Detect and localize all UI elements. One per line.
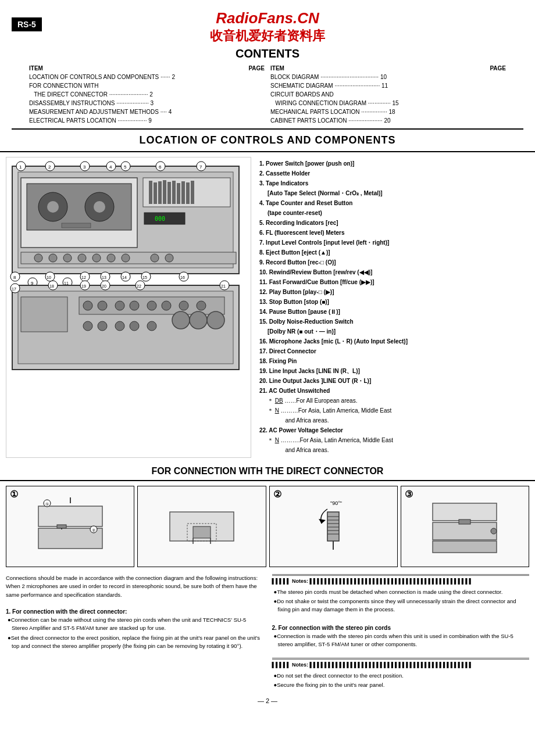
- section1-heading: 1. For connection with the direct connec…: [6, 607, 263, 616]
- contents-item: MECHANICAL PARTS LOCATION ··············…: [270, 108, 506, 116]
- contents-item: BLOCK DIAGRAM ··························…: [270, 73, 506, 81]
- contents-table: ITEM PAGE LOCATION OF CONTROLS AND COMPO…: [12, 63, 523, 130]
- component-item: 17. Direct Connector: [259, 347, 527, 356]
- section2-bullet: ●Connection is made with the stereo pin …: [272, 632, 530, 649]
- component-item: [Auto Tape Select (Normal・CrO₂ , Metal)]: [259, 189, 527, 198]
- svg-rect-124: [459, 519, 470, 524]
- connection-text-left: Connections should be made in accordance…: [6, 574, 263, 690]
- contents-item: CABINET PARTS LOCATION ·················…: [270, 116, 506, 125]
- components-list: 1. Power Switch [power (push on)] 2. Cas…: [257, 157, 529, 458]
- bullet-item: ●Connection can be made without using th…: [6, 616, 263, 633]
- svg-text:16: 16: [180, 275, 185, 280]
- svg-rect-17: [181, 181, 185, 204]
- svg-rect-13: [163, 180, 166, 204]
- contents-col-right: ITEM PAGE BLOCK DIAGRAM ················…: [270, 65, 506, 125]
- page-header-left: PAGE: [248, 65, 265, 71]
- item-header-left: ITEM: [29, 65, 43, 71]
- contents-col-left: ITEM PAGE LOCATION OF CONTROLS AND COMPO…: [29, 65, 265, 125]
- component-item: (tape counter-reset): [259, 209, 527, 218]
- svg-rect-121: [433, 522, 497, 540]
- svg-point-69: [98, 301, 107, 310]
- component-item: ＊ N ………For Asia, Latin America, Middle E…: [259, 406, 527, 415]
- svg-rect-15: [172, 181, 176, 204]
- component-item: and Africa areas.: [259, 416, 527, 425]
- svg-point-29: [122, 254, 130, 262]
- bullet-item: ●Set the direct connector to the erect p…: [6, 634, 263, 651]
- svg-point-30: [151, 254, 159, 262]
- col-header-left: ITEM PAGE: [29, 65, 265, 71]
- svg-point-26: [78, 254, 86, 262]
- device-diagram: 000 1 2 3 4 5 6 7 8 9 10 11 12: [6, 157, 251, 458]
- svg-text:4: 4: [109, 164, 112, 170]
- svg-rect-10: [149, 181, 152, 204]
- component-item: 7. Input Level Controls [input level (le…: [259, 238, 527, 248]
- notes2-header: ▌▌▌▌▌ Notes: ▌▌▌▌▌▌▌▌▌▌▌▌▌▌▌▌▌▌▌▌▌▌▌▌▌▌▌…: [272, 662, 473, 668]
- component-item: [Dolby NR (■ out・— in)]: [259, 327, 527, 336]
- component-item: 16. Microphone Jacks [mic (L・R) (Auto In…: [259, 337, 527, 346]
- contents-row: BLOCK DIAGRAM ··························…: [270, 73, 506, 81]
- svg-point-68: [83, 301, 92, 310]
- col-header-right: ITEM PAGE: [270, 65, 506, 71]
- svg-point-79: [130, 321, 139, 331]
- svg-rect-104: [57, 525, 66, 528]
- component-item: ＊ DB ……For All European areas.: [259, 396, 527, 406]
- component-item: 20. Line Output Jacks ]LINE OUT (R・L)]: [259, 377, 527, 386]
- svg-point-73: [162, 301, 171, 310]
- component-item: 3. Tape Indicators: [259, 179, 527, 188]
- contents-item: SCHEMATIC DIAGRAM ······················…: [270, 81, 506, 90]
- contents-row: THE DIRECT CONNECTOR ···················…: [29, 90, 265, 99]
- contents-row: WIRING CONNECTION DIAGRAM ··············…: [270, 99, 506, 108]
- notes1-bullet: ●The stereo pin cords must be detached w…: [272, 588, 530, 596]
- svg-rect-96: [38, 506, 102, 526]
- page-header: RS-5 RadioFans.CN 收音机爱好者资料库 CONTENTS ITE…: [0, 0, 535, 130]
- svg-text:10: 10: [47, 275, 51, 280]
- controls-section: 000 1 2 3 4 5 6 7 8 9 10 11 12: [0, 152, 535, 463]
- svg-text:11: 11: [64, 281, 69, 285]
- component-item: 4. Tape Counter and Reset Button: [259, 199, 527, 208]
- site-title: RadioFans.CN: [12, 9, 523, 27]
- connection-image-2: ② "90°": [269, 486, 398, 567]
- model-badge: RS-5: [12, 17, 42, 31]
- svg-text:19: 19: [81, 284, 86, 288]
- svg-marker-111: [319, 519, 326, 524]
- svg-point-72: [147, 301, 156, 310]
- svg-text:15: 15: [142, 275, 147, 280]
- svg-rect-11: [154, 182, 157, 204]
- svg-text:21: 21: [221, 284, 226, 288]
- contents-row: CABINET PARTS LOCATION ·················…: [270, 116, 506, 125]
- page-header-right: PAGE: [490, 65, 506, 71]
- component-item: 5. Recording Indicators [rec]: [259, 218, 527, 228]
- svg-point-75: [197, 301, 206, 310]
- connection-text-right: ▌▌▌▌▌ Notes: ▌▌▌▌▌▌▌▌▌▌▌▌▌▌▌▌▌▌▌▌▌▌▌▌▌▌▌…: [272, 574, 530, 690]
- connection-image-1: ① ① ②: [6, 486, 134, 567]
- svg-point-23: [34, 254, 42, 262]
- device-svg: 000 1 2 3 4 5 6 7 8 9 10 11 12: [9, 160, 248, 375]
- contents-item: ELECTRICAL PARTS LOCATION ··············…: [29, 116, 265, 125]
- component-item: 18. Fixing Pin: [259, 357, 527, 366]
- svg-rect-122: [433, 541, 497, 553]
- svg-point-27: [92, 254, 101, 262]
- svg-point-82: [190, 311, 207, 329]
- component-item: 1. Power Switch [power (push on)]: [259, 159, 527, 169]
- svg-rect-120: [433, 503, 497, 521]
- svg-rect-12: [158, 181, 162, 204]
- component-item: 13. Stop Button [stop (■)]: [259, 298, 527, 307]
- svg-rect-107: [193, 526, 211, 538]
- contents-title: CONTENTS: [12, 47, 523, 60]
- svg-point-70: [115, 301, 124, 310]
- svg-rect-16: [177, 183, 180, 204]
- component-item: 22. AC Power Voltage Selector: [259, 426, 527, 435]
- svg-rect-19: [191, 181, 194, 204]
- component-item: 9. Record Button [rec-□ (O)]: [259, 258, 527, 267]
- notes1-bullet: ●Do not shake or twist the components si…: [272, 597, 530, 614]
- svg-point-31: [165, 254, 173, 262]
- contents-item: MEASUREMENT AND ADJUSTMENT METHODS ···· …: [29, 108, 265, 116]
- svg-text:1: 1: [19, 164, 22, 170]
- svg-text:"90°": "90°": [330, 500, 342, 506]
- chinese-title: 收音机爱好者资料库: [12, 27, 523, 45]
- svg-text:8: 8: [13, 275, 16, 280]
- svg-point-81: [172, 311, 190, 329]
- svg-point-5: [47, 201, 59, 213]
- svg-rect-18: [186, 182, 190, 204]
- svg-point-28: [107, 254, 115, 262]
